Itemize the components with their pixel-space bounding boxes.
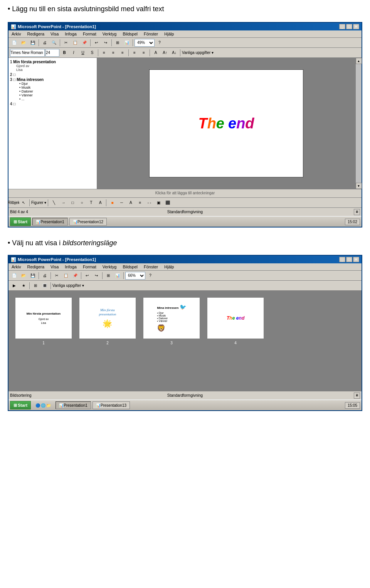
draw-btn[interactable]: Ritbjekt bbox=[10, 199, 18, 207]
sort-view-btn[interactable]: ⊞ bbox=[31, 281, 40, 290]
menu-redigera-2[interactable]: Redigera bbox=[25, 264, 46, 270]
copy-btn-2[interactable]: 📋 bbox=[62, 271, 70, 280]
menu-visa-1[interactable]: Visa bbox=[49, 31, 60, 37]
start-button-1[interactable]: ⊞ Start bbox=[10, 217, 31, 226]
shapes-label[interactable]: Figurer ▾ bbox=[31, 200, 46, 205]
menu-bildspel-2[interactable]: Bildspel bbox=[121, 264, 139, 270]
taskbar-item-presentation13-2[interactable]: 📊 Presentation13 bbox=[92, 401, 130, 409]
scroll-down-btn-1[interactable]: ▼ bbox=[356, 183, 362, 189]
insert-chart-btn[interactable]: 📊 bbox=[123, 39, 131, 47]
menu-visa-2[interactable]: Visa bbox=[49, 264, 60, 270]
menu-verktyg-2[interactable]: Verktyg bbox=[101, 264, 118, 270]
copy-btn[interactable]: 📋 bbox=[71, 39, 79, 47]
open-btn-2[interactable]: 📂 bbox=[19, 271, 28, 280]
menu-hjalp-2[interactable]: Hjälp bbox=[163, 264, 175, 270]
scroll-up-btn-1[interactable]: ▲ bbox=[356, 58, 362, 64]
fill-color-btn[interactable]: ■ bbox=[108, 199, 116, 207]
zoom-combo-1[interactable]: 49% 66% 100% bbox=[135, 39, 155, 47]
font-size-input[interactable] bbox=[45, 49, 59, 57]
menu-format-1[interactable]: Format bbox=[81, 31, 98, 37]
menu-format-2[interactable]: Format bbox=[81, 264, 98, 270]
align-right-btn[interactable]: ≡ bbox=[118, 49, 127, 57]
insert-chart-btn-2[interactable]: 📊 bbox=[113, 271, 122, 280]
taskbar-item-presentation1-2[interactable]: 📊 Presentation1 bbox=[56, 401, 91, 409]
close-btn-2[interactable]: ✕ bbox=[353, 257, 359, 262]
notes-bar-1[interactable]: Klicka för att lägga till anteckningar bbox=[8, 189, 362, 197]
redo-btn-2[interactable]: ↪ bbox=[92, 271, 101, 280]
paste-btn[interactable]: 📌 bbox=[80, 39, 89, 47]
preview-btn[interactable]: 🔍 bbox=[50, 39, 58, 47]
save-btn[interactable]: 💾 bbox=[29, 39, 37, 47]
open-btn[interactable]: 📂 bbox=[19, 39, 28, 47]
font-color-btn2[interactable]: A bbox=[126, 199, 135, 207]
menu-infoga-1[interactable]: Infoga bbox=[63, 31, 78, 37]
increase-font-btn[interactable]: A↑ bbox=[161, 49, 169, 57]
paste-btn-2[interactable]: 📌 bbox=[71, 271, 79, 280]
animation-btn[interactable]: ★ bbox=[19, 281, 28, 290]
vert-scroll-1[interactable]: ▲ ▼ bbox=[355, 58, 362, 189]
line-tool[interactable]: ╲ bbox=[50, 199, 58, 207]
arrow-tool[interactable]: → bbox=[59, 199, 67, 207]
menu-fonster-2[interactable]: Fönster bbox=[142, 264, 160, 270]
font-color-btn[interactable]: A bbox=[151, 49, 160, 57]
rect-tool[interactable]: □ bbox=[68, 199, 77, 207]
menu-fonster-1[interactable]: Fönster bbox=[142, 31, 160, 37]
menu-redigera-1[interactable]: Redigera bbox=[25, 31, 46, 37]
minimize-btn-1[interactable]: _ bbox=[339, 24, 345, 29]
undo-btn-2[interactable]: ↩ bbox=[83, 271, 91, 280]
print-btn-2[interactable]: 🖨 bbox=[40, 271, 49, 280]
3d-btn[interactable]: ⬛ bbox=[163, 199, 172, 207]
shadow-btn[interactable]: S bbox=[88, 49, 96, 57]
align-left-btn[interactable]: ≡ bbox=[100, 49, 108, 57]
slide-transition-btn[interactable]: ▶ bbox=[10, 281, 18, 290]
textbox-tool[interactable]: T bbox=[87, 199, 95, 207]
bold-btn[interactable]: B bbox=[60, 49, 69, 57]
menu-arkiv-1[interactable]: Arkiv bbox=[10, 31, 22, 37]
wordart-tool[interactable]: A bbox=[96, 199, 104, 207]
menu-infoga-2[interactable]: Infoga bbox=[63, 264, 78, 270]
cut-btn-2[interactable]: ✂ bbox=[52, 271, 61, 280]
bullets-btn[interactable]: ≡ bbox=[130, 49, 139, 57]
menu-bildspel-1[interactable]: Bildspel bbox=[121, 31, 139, 37]
ellipse-tool[interactable]: ○ bbox=[77, 199, 86, 207]
hide-slide-btn[interactable]: 🔳 bbox=[40, 281, 49, 290]
start-button-2[interactable]: ⊞ Start bbox=[10, 401, 31, 409]
menu-verktyg-1[interactable]: Verktyg bbox=[101, 31, 118, 37]
slide-thumb-2[interactable]: Min förstapresentation 🌟 bbox=[79, 297, 136, 339]
taskbar-item-presentation1-1[interactable]: 📊 Presentation1 bbox=[32, 218, 68, 226]
undo-btn[interactable]: ↩ bbox=[92, 39, 101, 47]
menu-hjalp-1[interactable]: Hjälp bbox=[163, 31, 175, 37]
help-btn[interactable]: ? bbox=[155, 39, 164, 47]
line-color-btn[interactable]: ─ bbox=[117, 199, 126, 207]
redo-btn[interactable]: ↪ bbox=[101, 39, 110, 47]
italic-btn[interactable]: I bbox=[69, 49, 78, 57]
shadow-style-btn[interactable]: ▣ bbox=[154, 199, 163, 207]
slide-thumb-4[interactable]: T h e e n d bbox=[207, 297, 264, 339]
slide-thumb-1[interactable]: Min första presentation Gjord avLisa bbox=[15, 297, 72, 339]
print-btn[interactable]: 🖨 bbox=[40, 39, 49, 47]
zoom-combo-2[interactable]: 66% 49% 100% bbox=[125, 272, 145, 280]
new-btn-2[interactable]: 📄 bbox=[10, 271, 18, 280]
close-btn-1[interactable]: ✕ bbox=[353, 24, 359, 29]
slide-canvas-1[interactable]: T h e e n d bbox=[149, 69, 303, 177]
insert-table-btn[interactable]: ⊞ bbox=[113, 39, 122, 47]
decrease-font-btn[interactable]: A↓ bbox=[170, 49, 178, 57]
numbering-btn[interactable]: ≡ bbox=[140, 49, 148, 57]
cut-btn[interactable]: ✂ bbox=[62, 39, 70, 47]
insert-table-btn-2[interactable]: ⊞ bbox=[104, 271, 113, 280]
font-name-input[interactable] bbox=[10, 49, 45, 57]
slide-thumb-3[interactable]: Mina intressen 🐦 • Djur• Musik• Datorer•… bbox=[143, 297, 200, 339]
scroll-track-1[interactable] bbox=[356, 64, 362, 183]
line-style-btn[interactable]: ≡ bbox=[136, 199, 144, 207]
dash-style-btn[interactable]: - - bbox=[145, 199, 153, 207]
minimize-btn-2[interactable]: _ bbox=[339, 257, 345, 262]
taskbar-item-presentation12-1[interactable]: 📊 Presentation12 bbox=[69, 218, 107, 226]
save-btn-2[interactable]: 💾 bbox=[29, 271, 37, 280]
new-btn[interactable]: 📄 bbox=[10, 39, 18, 47]
maximize-btn-2[interactable]: □ bbox=[346, 257, 352, 262]
help-btn-2[interactable]: ? bbox=[146, 271, 155, 280]
menu-arkiv-2[interactable]: Arkiv bbox=[10, 264, 22, 270]
cursor-tool[interactable]: ↖ bbox=[19, 199, 28, 207]
align-center-btn[interactable]: ≡ bbox=[109, 49, 118, 57]
underline-btn[interactable]: U bbox=[79, 49, 87, 57]
